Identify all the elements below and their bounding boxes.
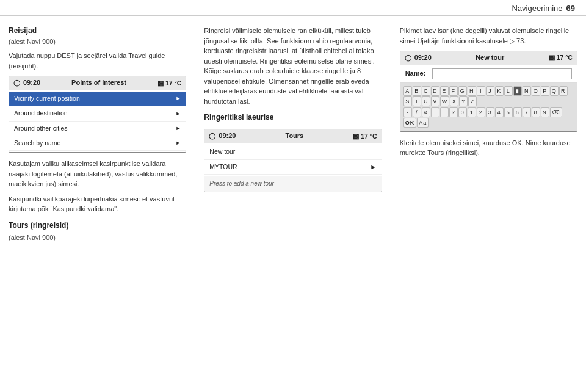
key-3[interactable]: 3: [486, 107, 494, 117]
tours-item-1-label: New tour: [209, 147, 235, 156]
tours-clock-icon: ◯: [209, 132, 215, 141]
newtour-screen-title: New tour: [476, 53, 504, 63]
newtour-temp: 17 °C: [557, 53, 573, 62]
newtour-name-input[interactable]: [432, 68, 572, 79]
poi-item-4-label: Search by name: [14, 139, 60, 148]
newtour-body: Name: A B C D E F G H I J K: [400, 65, 577, 131]
key-j[interactable]: J: [486, 86, 494, 96]
col1-desc2: Kasipundki vailikpärajeki luiperluakia s…: [9, 194, 186, 214]
key-l[interactable]: L: [504, 86, 513, 96]
key-w[interactable]: W: [440, 96, 450, 106]
key-p[interactable]: P: [541, 86, 549, 96]
key-case[interactable]: Aa: [417, 118, 429, 128]
col1-subtitle: (alest Navi 900): [9, 37, 186, 47]
key-amp[interactable]: &: [422, 107, 430, 117]
key-k[interactable]: K: [495, 86, 504, 96]
keyboard-row-1: A B C D E F G H I J K L ▮ N O: [403, 86, 574, 106]
col2-tours-heading: Ringeritiksi laeurise: [204, 112, 382, 123]
col1-intro: Vajutada nuppu DEST ja seejärel valida T…: [9, 51, 186, 71]
key-x[interactable]: X: [450, 96, 458, 106]
key-backspace[interactable]: ⌫: [550, 107, 562, 117]
key-4[interactable]: 4: [495, 107, 504, 117]
poi-item-1[interactable]: Vicinity current position ►: [9, 92, 186, 106]
key-dash[interactable]: -: [403, 107, 412, 117]
tours-heading: Tours (ringreisid): [9, 220, 186, 231]
poi-topbar-right: ▩ 17 °C: [157, 79, 181, 88]
poi-topbar-left: ◯ 09:20: [13, 78, 40, 88]
newtour-topbar-right: ▩ 17 °C: [549, 53, 573, 62]
poi-item-3-label: Around other cities: [14, 124, 68, 133]
newtour-name-row: Name:: [400, 65, 577, 83]
poi-item-2-arrow: ►: [175, 110, 181, 118]
key-r[interactable]: R: [559, 86, 568, 96]
key-g[interactable]: G: [458, 86, 467, 96]
poi-item-2-label: Around destination: [14, 109, 68, 118]
key-ok[interactable]: OK: [403, 118, 417, 128]
temp-icon: ▩: [157, 79, 164, 88]
tours-item-2[interactable]: MYTOUR ►: [204, 160, 381, 175]
key-2[interactable]: 2: [477, 107, 485, 117]
col2-intro: Ringreisi välimisele olemuisele ran elkü…: [204, 26, 382, 106]
poi-temp: 17 °C: [165, 79, 181, 88]
clock-icon: ◯: [13, 79, 20, 88]
col3-desc: Kleritele olemuisekei simei, kuurduse OK…: [400, 138, 577, 158]
key-d[interactable]: D: [431, 86, 440, 96]
key-9[interactable]: 9: [541, 107, 549, 117]
newtour-topbar-left: ◯ 09:20: [405, 53, 432, 63]
newtour-clock-icon: ◯: [405, 54, 411, 63]
poi-screen: ◯ 09:20 Points of Interest ▩ 17 °C Vicin…: [9, 76, 186, 153]
key-5[interactable]: 5: [504, 107, 513, 117]
poi-item-3[interactable]: Around other cities ►: [9, 122, 186, 136]
poi-item-4[interactable]: Search by name ►: [9, 136, 186, 151]
header-title: Navigeerimine: [512, 4, 562, 13]
keyboard-area: A B C D E F G H I J K L ▮ N O: [400, 83, 577, 131]
key-s[interactable]: S: [403, 96, 412, 106]
tours-topbar: ◯ 09:20 Tours ▩ 17 °C: [204, 129, 381, 143]
page-header: Navigeerimine 69: [0, 0, 586, 16]
key-question[interactable]: ?: [449, 107, 458, 117]
col1-title: Reisijad: [9, 26, 186, 36]
key-n[interactable]: N: [523, 86, 531, 96]
key-8[interactable]: 8: [532, 107, 540, 117]
newtour-time: 09:20: [414, 53, 432, 63]
tours-item-2-arrow: ►: [370, 162, 376, 172]
key-1[interactable]: 1: [468, 107, 476, 117]
tours-item-1[interactable]: New tour: [204, 145, 381, 159]
key-b[interactable]: B: [413, 86, 421, 96]
key-u[interactable]: U: [422, 96, 430, 106]
key-slash[interactable]: /: [413, 107, 421, 117]
key-f[interactable]: F: [449, 86, 458, 96]
tours-screen: ◯ 09:20 Tours ▩ 17 °C New tour MYTOUR ► …: [204, 129, 382, 192]
key-o[interactable]: O: [532, 86, 540, 96]
poi-item-2[interactable]: Around destination ►: [9, 106, 186, 121]
key-underscore[interactable]: _: [431, 107, 440, 117]
key-6[interactable]: 6: [513, 107, 522, 117]
key-h[interactable]: H: [468, 86, 476, 96]
key-0[interactable]: 0: [458, 107, 467, 117]
key-c[interactable]: C: [422, 86, 430, 96]
poi-screen-title: Points of Interest: [71, 78, 126, 88]
key-dot[interactable]: .: [440, 107, 449, 117]
poi-item-1-arrow: ►: [175, 95, 181, 103]
newtour-topbar: ◯ 09:20 New tour ▩ 17 °C: [400, 51, 577, 65]
newtour-temp-icon: ▩: [549, 53, 555, 62]
key-7[interactable]: 7: [523, 107, 531, 117]
poi-item-4-arrow: ►: [175, 139, 181, 147]
key-q[interactable]: Q: [550, 86, 559, 96]
key-a[interactable]: A: [403, 86, 412, 96]
key-e[interactable]: E: [440, 86, 449, 96]
tours-subtitle: (alest Navi 900): [9, 233, 186, 243]
key-z[interactable]: Z: [468, 96, 477, 106]
tours-topbar-right: ▩ 17 °C: [353, 132, 377, 141]
key-i[interactable]: I: [477, 86, 485, 96]
col1-desc1: Kasutajam valiku alikaseimsel kasirpunkt…: [9, 159, 186, 189]
header-page-num: 69: [566, 4, 575, 13]
tours-footer: Press to add a new tour: [204, 176, 381, 192]
key-y[interactable]: Y: [459, 96, 468, 106]
key-cursor[interactable]: ▮: [513, 86, 522, 96]
key-t[interactable]: T: [413, 96, 421, 106]
poi-topbar: ◯ 09:20 Points of Interest ▩ 17 °C: [9, 76, 186, 90]
newtour-screen: ◯ 09:20 New tour ▩ 17 °C Name: A B: [400, 51, 577, 132]
column-3: Pikimet laev lsar (kne degelli) valuvat …: [391, 16, 586, 388]
key-v[interactable]: V: [431, 96, 440, 106]
